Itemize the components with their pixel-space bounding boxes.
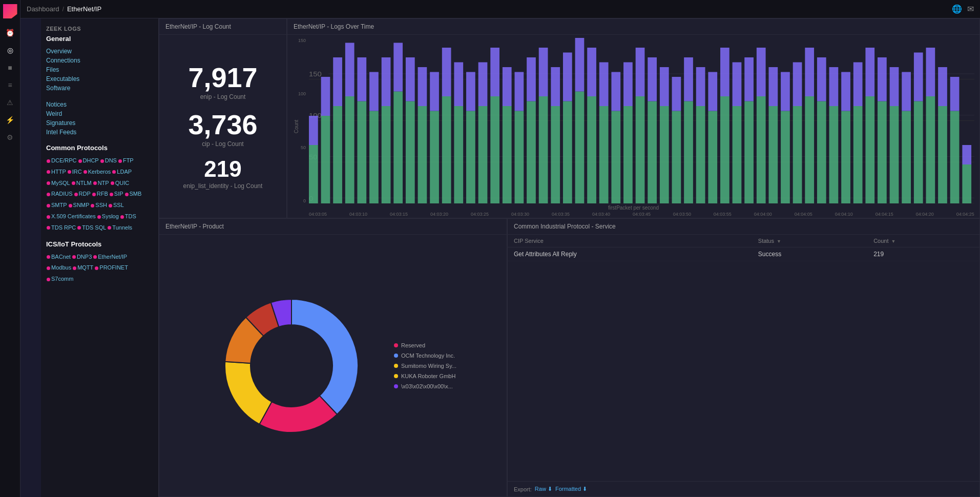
proto-link-dns[interactable]: DNS (105, 157, 117, 163)
globe-icon[interactable]: 🌐 (952, 4, 962, 14)
svg-rect-62 (611, 111, 620, 204)
legend-kuka: KUKA Roboter GmbH (394, 373, 456, 379)
svg-rect-68 (648, 101, 657, 204)
svg-rect-104 (865, 96, 874, 203)
proto-link-modbus[interactable]: Modbus (51, 264, 71, 271)
proto-link-smtp[interactable]: SMTP (51, 202, 67, 208)
proto-link-sip[interactable]: SIP (114, 191, 123, 197)
common-protocols-section: Common Protocols DCE/RPC DHCP DNS FTP HT… (46, 144, 153, 233)
proto-link-tds[interactable]: TDS (125, 213, 136, 219)
col-count[interactable]: Count ▼ (867, 235, 979, 247)
nav-icon-layers[interactable]: ≡ (3, 78, 17, 92)
svg-rect-89 (768, 67, 778, 106)
proto-link-ldap[interactable]: LDAP (117, 169, 132, 175)
svg-rect-43 (490, 48, 499, 96)
proto-link-ethernetip[interactable]: EtherNet/IP (98, 254, 127, 260)
col-cip-service[interactable]: CIP Service (508, 235, 752, 247)
proto-link-rfb[interactable]: RFB (97, 191, 108, 197)
proto-link-ssl[interactable]: SSL (113, 202, 124, 208)
svg-rect-83 (733, 63, 742, 107)
nav-icon-bolt[interactable]: ⚡ (3, 113, 17, 127)
svg-rect-45 (503, 67, 512, 106)
col-status-label: Status (758, 238, 774, 244)
svg-rect-20 (357, 101, 366, 204)
table-row[interactable]: Get Attributes All Reply Success 219 (508, 247, 979, 261)
log-count-cip: 3,736 cip - Log Count (188, 111, 257, 148)
svg-rect-74 (684, 101, 693, 204)
sidebar-link-overview[interactable]: Overview (46, 47, 153, 56)
nav-icon-target[interactable]: ◎ (3, 43, 17, 57)
proto-link-http[interactable]: HTTP (51, 169, 66, 175)
svg-rect-47 (515, 72, 524, 111)
nav-icon-bar-chart[interactable]: ■ (3, 60, 17, 75)
svg-rect-90 (781, 111, 790, 204)
proto-link-quic[interactable]: QUIC (115, 180, 130, 186)
proto-link-mqtt[interactable]: MQTT (77, 264, 93, 271)
col-count-label: Count (873, 238, 888, 244)
nav-icon-clock[interactable]: ⏰ (3, 26, 17, 40)
proto-link-irc[interactable]: IRC (72, 169, 82, 175)
export-formatted-link[interactable]: Formatted ⬇ (555, 486, 587, 492)
sidebar-link-software[interactable]: Software (46, 84, 153, 93)
app-logo[interactable] (3, 4, 17, 18)
nav-icon-gear[interactable]: ⚙ (3, 130, 17, 144)
svg-rect-12 (309, 145, 318, 203)
proto-link-bacnet[interactable]: BACnet (51, 254, 71, 260)
svg-rect-52 (551, 106, 560, 203)
proto-link-dnp3[interactable]: DNP3 (77, 254, 92, 260)
svg-rect-35 (442, 48, 451, 96)
svg-rect-36 (454, 106, 463, 203)
proto-link-ntlm[interactable]: NTLM (76, 180, 92, 186)
svg-rect-93 (793, 63, 802, 107)
svg-rect-121 (962, 145, 971, 164)
svg-rect-100 (841, 111, 850, 204)
proto-link-snmp[interactable]: SNMP (73, 202, 90, 208)
svg-rect-19 (345, 43, 355, 97)
col-status[interactable]: Status ▼ (752, 235, 867, 247)
proto-link-radius[interactable]: RADIUS (51, 191, 73, 197)
proto-link-x509[interactable]: X.509 Certificates (51, 213, 96, 219)
proto-link-s7comm[interactable]: S7comm (51, 276, 73, 282)
proto-link-dcerpc[interactable]: DCE/RPC (51, 157, 77, 163)
proto-link-syslog[interactable]: Syslog (102, 213, 119, 219)
proto-link-ssh[interactable]: SSH (95, 202, 107, 208)
status-sort-icon: ▼ (777, 239, 781, 244)
svg-rect-109 (890, 67, 899, 106)
proto-link-ntp[interactable]: NTP (98, 180, 109, 186)
svg-rect-102 (853, 106, 863, 203)
sidebar-link-weird[interactable]: Weird (46, 109, 153, 118)
svg-rect-28 (406, 101, 415, 204)
proto-link-tunnels[interactable]: Tunnels (112, 224, 132, 231)
proto-link-tds-rpc[interactable]: TDS RPC (51, 224, 76, 231)
svg-rect-101 (841, 72, 850, 111)
svg-rect-15 (321, 77, 330, 116)
sidebar-link-notices[interactable]: Notices (46, 100, 153, 109)
sidebar-link-signatures[interactable]: Signatures (46, 118, 153, 128)
count-sort-icon: ▼ (891, 239, 896, 244)
proto-link-rdp[interactable]: RDP (79, 191, 91, 197)
export-raw-link[interactable]: Raw ⬇ (535, 486, 552, 492)
proto-link-profinet[interactable]: PROFINET (99, 264, 128, 271)
sidebar-link-connections[interactable]: Connections (46, 56, 153, 65)
product-panel: EtherNet/IP - Product Reserved OCM Techn… (159, 218, 507, 497)
svg-rect-94 (805, 96, 814, 203)
sidebar-link-files[interactable]: Files (46, 65, 153, 74)
common-protocols-title: Common Protocols (46, 144, 153, 152)
proto-link-dhcp[interactable]: DHCP (83, 157, 99, 163)
svg-rect-50 (539, 96, 548, 203)
proto-link-mysql[interactable]: MySQL (51, 180, 70, 186)
mail-icon[interactable]: ✉ (967, 4, 974, 14)
content-grid: EtherNet/IP - Log Count 7,917 enip - Log… (159, 18, 980, 497)
sidebar-link-intel-feeds[interactable]: Intel Feeds (46, 128, 153, 137)
breadcrumb-dashboard[interactable]: Dashboard (27, 5, 59, 13)
sidebar-link-executables[interactable]: Executables (46, 74, 153, 84)
svg-rect-63 (611, 72, 620, 111)
svg-rect-95 (805, 48, 814, 96)
svg-rect-44 (503, 106, 512, 203)
proto-link-kerberos[interactable]: Kerberos (88, 169, 111, 175)
cip-count: 3,736 (188, 111, 257, 138)
nav-icon-alert[interactable]: ⚠ (3, 95, 17, 110)
proto-link-tds-sql[interactable]: TDS SQL (82, 224, 106, 231)
proto-link-smb[interactable]: SMB (130, 191, 142, 197)
proto-link-ftp[interactable]: FTP (123, 157, 134, 163)
